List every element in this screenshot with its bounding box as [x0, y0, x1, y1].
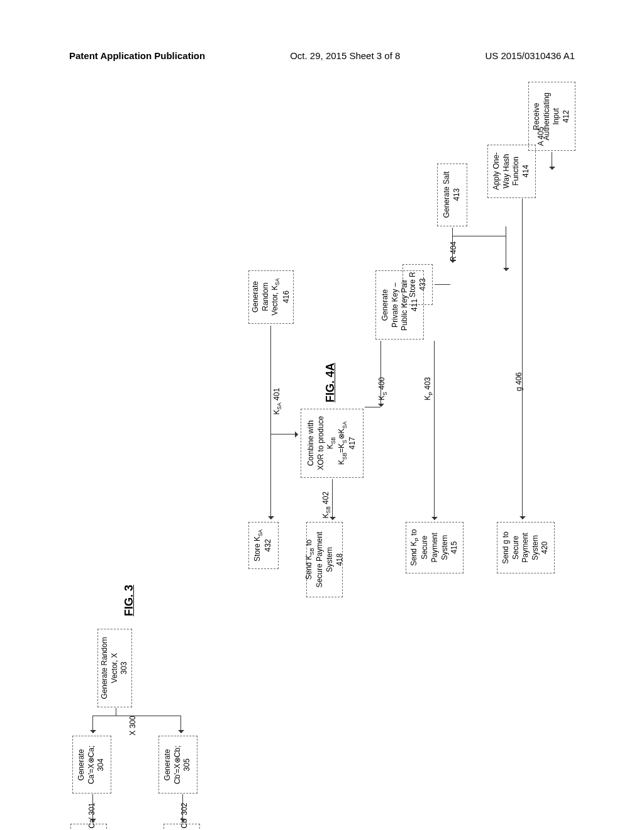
arrow	[180, 716, 181, 733]
arrow	[92, 716, 93, 733]
box-gen-cb: GenerateCb'=X⊗Cb;305	[158, 736, 197, 794]
header-center: Oct. 29, 2015 Sheet 3 of 8	[290, 50, 400, 61]
box-gen-ca: GenerateCa'=X⊗Ca;304	[72, 736, 111, 794]
fig4a-title: FIG. 4A	[324, 363, 337, 402]
content-area: FIG. 3 Generate RandomVector, X303 Gener…	[0, 82, 644, 830]
box-send-kp: Send KP toSecurePaymentSystem415	[406, 522, 464, 573]
page-header: Patent Application Publication Oct. 29, …	[0, 0, 644, 67]
label-a405: A 405	[536, 127, 545, 147]
arrow	[365, 407, 380, 407]
arrow	[92, 794, 93, 822]
arrow	[380, 341, 381, 407]
header-right: US 2015/0310436 A1	[485, 50, 575, 61]
box-gen-random-x: Generate RandomVector, X303	[97, 629, 132, 707]
box-gen-random-ksa: GenerateRandomVector, KSA416	[248, 270, 294, 324]
arrow	[182, 794, 183, 822]
arrow	[434, 341, 435, 520]
label-ks400: KS 400	[377, 377, 387, 401]
label-ksa401: KSA 401	[272, 388, 282, 415]
box-gen-salt: Generate Salt413	[437, 163, 467, 226]
box-recv-auth: ReceiveAuthenticatingInput412	[528, 82, 575, 151]
box-gen-keypair: GeneratePrivate Key –Public Key Pair411	[375, 270, 424, 340]
label-ksb402: KSB 402	[321, 492, 331, 519]
box-combine-xor: Combine withXOR to produceKSBKSB=KS⊗KSA4…	[301, 409, 364, 478]
arrow	[452, 228, 453, 263]
arrow	[522, 199, 523, 519]
header-left: Patent Application Publication	[69, 50, 205, 61]
label-x300: X 300	[128, 716, 137, 735]
label-r404: R 404	[449, 241, 458, 262]
fig3-title: FIG. 3	[123, 585, 136, 616]
arrow	[270, 434, 298, 434]
arrow	[435, 284, 450, 285]
arrow	[452, 236, 506, 236]
arrow	[116, 708, 116, 716]
arrow	[270, 326, 271, 519]
box-send-ksb: Send KSB toSecure PaymentSystem418	[306, 522, 343, 597]
arrow	[506, 226, 506, 271]
label-kp403: KP 403	[423, 377, 433, 401]
arrow	[552, 152, 552, 170]
arrow	[332, 479, 333, 520]
box-send-g: Send g toSecurePaymentSystem420	[497, 522, 555, 573]
box-store-ksa: Store KSA432	[248, 522, 279, 569]
arrow	[92, 716, 180, 716]
box-apply-hash: Apply One-Way HashFunction414	[487, 145, 536, 198]
